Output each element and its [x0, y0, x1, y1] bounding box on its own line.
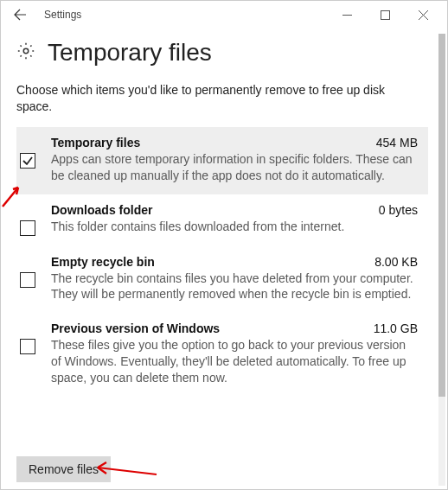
minimize-icon: [342, 10, 352, 20]
item-title: Empty recycle bin: [51, 255, 155, 269]
window-title: Settings: [44, 9, 81, 21]
titlebar: Settings: [1, 1, 447, 29]
item-title: Temporary files: [51, 136, 140, 150]
page-title: Temporary files: [48, 39, 212, 67]
item-desc: Apps can store temporary information in …: [51, 151, 418, 184]
item-title: Downloads folder: [51, 203, 152, 217]
svg-point-1: [23, 48, 29, 54]
remove-files-button[interactable]: Remove files: [16, 456, 111, 482]
back-button[interactable]: [10, 4, 30, 25]
close-button[interactable]: [404, 3, 442, 27]
checkbox-previous-windows[interactable]: [20, 339, 35, 354]
gear-icon: [16, 41, 35, 64]
maximize-button[interactable]: [366, 3, 404, 27]
close-icon: [419, 10, 428, 20]
items-list: Temporary files 454 MB Apps can store te…: [16, 127, 428, 397]
item-desc: This folder contains files downloaded fr…: [51, 219, 418, 235]
scrollbar[interactable]: [437, 29, 445, 490]
item-size: 8.00 KB: [374, 255, 418, 269]
item-title: Previous version of Windows: [51, 321, 220, 335]
item-size: 0 bytes: [379, 203, 418, 217]
arrow-left-icon: [13, 8, 27, 22]
intro-text: Choose which items you'd like to permane…: [16, 82, 428, 115]
item-desc: These files give you the option to go ba…: [51, 337, 418, 386]
content-area: Temporary files Choose which items you'd…: [1, 29, 447, 490]
scroll-thumb[interactable]: [438, 34, 445, 397]
checkbox-temporary-files[interactable]: [20, 153, 35, 169]
maximize-icon: [381, 10, 390, 20]
item-previous-windows[interactable]: Previous version of Windows 11.0 GB Thes…: [16, 313, 428, 397]
item-downloads-folder[interactable]: Downloads folder 0 bytes This folder con…: [16, 194, 428, 246]
svg-rect-0: [381, 10, 389, 19]
item-temporary-files[interactable]: Temporary files 454 MB Apps can store te…: [16, 127, 428, 194]
checkbox-downloads[interactable]: [20, 220, 35, 236]
item-empty-recycle-bin[interactable]: Empty recycle bin 8.00 KB The recycle bi…: [16, 246, 428, 314]
item-size: 454 MB: [376, 136, 418, 150]
checkbox-recycle-bin[interactable]: [20, 272, 35, 288]
item-desc: The recycle bin contains files you have …: [51, 270, 418, 303]
minimize-button[interactable]: [328, 3, 366, 27]
item-size: 11.0 GB: [374, 321, 418, 335]
